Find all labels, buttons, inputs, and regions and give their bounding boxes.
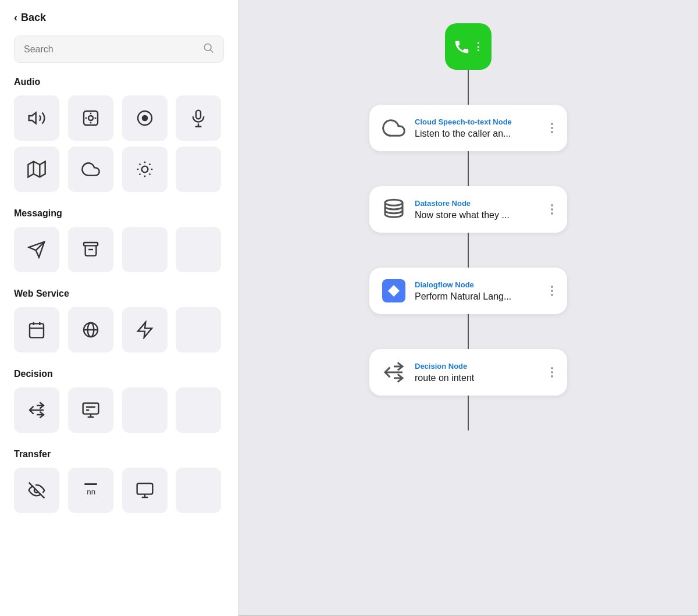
decision-svg-icon bbox=[382, 361, 405, 384]
datastore-content: Datastore Node Now store what they ... bbox=[415, 199, 540, 220]
dialogflow-desc: Perform Natural Lang... bbox=[415, 291, 540, 302]
msg-archive-tile[interactable] bbox=[68, 227, 113, 272]
audio-settings-tile[interactable] bbox=[68, 95, 113, 141]
svg-point-0 bbox=[204, 44, 211, 51]
svg-line-20 bbox=[139, 174, 140, 175]
svg-point-6 bbox=[141, 115, 148, 122]
flow-node-dialogflow[interactable]: Dialogflow Node Perform Natural Lang... bbox=[369, 268, 567, 314]
datastore-menu[interactable] bbox=[549, 202, 555, 217]
connector-4 bbox=[468, 314, 469, 349]
svg-rect-26 bbox=[30, 323, 44, 337]
tr-empty-tile bbox=[176, 468, 221, 513]
webservice-grid bbox=[14, 307, 224, 352]
audio-sun-tile[interactable] bbox=[122, 147, 168, 192]
canvas: ⋮ Cloud Speech-to-text Node Listen to th… bbox=[238, 0, 698, 616]
decision-title: Decision Node bbox=[415, 362, 540, 371]
flow-node-decision[interactable]: Decision Node route on intent bbox=[369, 349, 567, 396]
decision-desc: route on intent bbox=[415, 373, 540, 383]
flow-node-cloud-speech[interactable]: Cloud Speech-to-text Node Listen to the … bbox=[369, 105, 567, 151]
audio-cloud-tile[interactable] bbox=[68, 147, 113, 192]
search-icon bbox=[202, 42, 214, 56]
svg-marker-2 bbox=[29, 113, 36, 124]
dialogflow-menu[interactable] bbox=[549, 283, 555, 298]
audio-empty-tile bbox=[176, 147, 221, 192]
connector-5 bbox=[468, 396, 469, 430]
section-decision-label: Decision bbox=[14, 369, 224, 379]
svg-text:nn: nn bbox=[87, 487, 95, 496]
dialogflow-icon bbox=[381, 278, 407, 304]
svg-marker-33 bbox=[138, 322, 152, 338]
start-node-icons: ⋮ bbox=[453, 38, 483, 55]
phone-icon bbox=[453, 38, 471, 55]
dialogflow-content: Dialogflow Node Perform Natural Lang... bbox=[415, 280, 540, 302]
svg-rect-24 bbox=[84, 243, 98, 245]
section-messaging-label: Messaging bbox=[14, 208, 224, 219]
sidebar: ‹ Back Audio bbox=[0, 0, 238, 616]
audio-grid bbox=[14, 95, 224, 192]
msg-empty1-tile bbox=[122, 227, 168, 272]
dec-route-tile[interactable] bbox=[14, 387, 59, 433]
decision-icon bbox=[381, 359, 407, 385]
connector-2 bbox=[468, 151, 469, 186]
svg-point-4 bbox=[88, 116, 93, 120]
database-icon bbox=[382, 198, 405, 221]
ws-empty-tile bbox=[176, 307, 221, 352]
decision-menu[interactable] bbox=[549, 365, 555, 380]
cloud-speech-desc: Listen to the caller an... bbox=[415, 129, 540, 139]
messaging-grid bbox=[14, 227, 224, 272]
svg-rect-37 bbox=[83, 403, 98, 414]
start-node-dots: ⋮ bbox=[473, 40, 483, 53]
tr-monitor2-tile[interactable] bbox=[122, 468, 168, 513]
back-arrow-icon: ‹ bbox=[14, 12, 17, 24]
ws-lightning-tile[interactable] bbox=[122, 307, 168, 352]
search-box bbox=[14, 35, 224, 63]
dec-empty1-tile bbox=[122, 387, 168, 433]
connector-3 bbox=[468, 233, 469, 268]
connector-1 bbox=[468, 70, 469, 105]
decision-grid bbox=[14, 387, 224, 433]
svg-rect-7 bbox=[196, 111, 201, 119]
dec-empty2-tile bbox=[176, 387, 221, 433]
flow-node-datastore[interactable]: Datastore Node Now store what they ... bbox=[369, 186, 567, 233]
ws-globe-tile[interactable] bbox=[68, 307, 113, 352]
audio-mic-tile[interactable] bbox=[176, 95, 221, 141]
msg-send-tile[interactable] bbox=[14, 227, 59, 272]
svg-line-18 bbox=[139, 164, 140, 165]
svg-rect-45 bbox=[137, 483, 152, 494]
cloud-speech-menu[interactable] bbox=[549, 120, 555, 136]
search-input[interactable] bbox=[24, 44, 202, 55]
dialogflow-svg-icon bbox=[382, 279, 405, 302]
svg-point-13 bbox=[141, 166, 148, 173]
transfer-grid: nn bbox=[14, 468, 224, 513]
datastore-title: Datastore Node bbox=[415, 199, 540, 208]
tr-eyeoff-tile[interactable] bbox=[14, 468, 59, 513]
audio-map-tile[interactable] bbox=[14, 147, 59, 192]
audio-record-tile[interactable] bbox=[122, 95, 168, 141]
dec-monitor-tile[interactable] bbox=[68, 387, 113, 433]
svg-line-19 bbox=[149, 174, 150, 175]
section-webservice-label: Web Service bbox=[14, 289, 224, 299]
start-node[interactable]: ⋮ bbox=[445, 23, 492, 70]
svg-line-1 bbox=[211, 50, 213, 53]
section-audio-label: Audio bbox=[14, 77, 224, 87]
audio-volume-tile[interactable] bbox=[14, 95, 59, 141]
back-button[interactable]: ‹ Back bbox=[14, 12, 224, 24]
svg-marker-10 bbox=[28, 162, 45, 177]
tr-overline-tile[interactable]: nn bbox=[68, 468, 113, 513]
back-label: Back bbox=[21, 12, 46, 24]
cloud-speech-content: Cloud Speech-to-text Node Listen to the … bbox=[415, 117, 540, 139]
flow-container: ⋮ Cloud Speech-to-text Node Listen to th… bbox=[238, 0, 698, 430]
svg-point-48 bbox=[385, 200, 403, 205]
cloud-icon bbox=[382, 116, 405, 140]
msg-empty2-tile bbox=[176, 227, 221, 272]
datastore-desc: Now store what they ... bbox=[415, 210, 540, 220]
svg-line-21 bbox=[149, 164, 150, 165]
datastore-icon bbox=[381, 197, 407, 222]
cloud-speech-icon bbox=[381, 115, 407, 141]
section-transfer-label: Transfer bbox=[14, 449, 224, 460]
decision-content: Decision Node route on intent bbox=[415, 362, 540, 383]
cloud-speech-title: Cloud Speech-to-text Node bbox=[415, 117, 540, 126]
ws-calendar-tile[interactable] bbox=[14, 307, 59, 352]
dialogflow-title: Dialogflow Node bbox=[415, 280, 540, 289]
